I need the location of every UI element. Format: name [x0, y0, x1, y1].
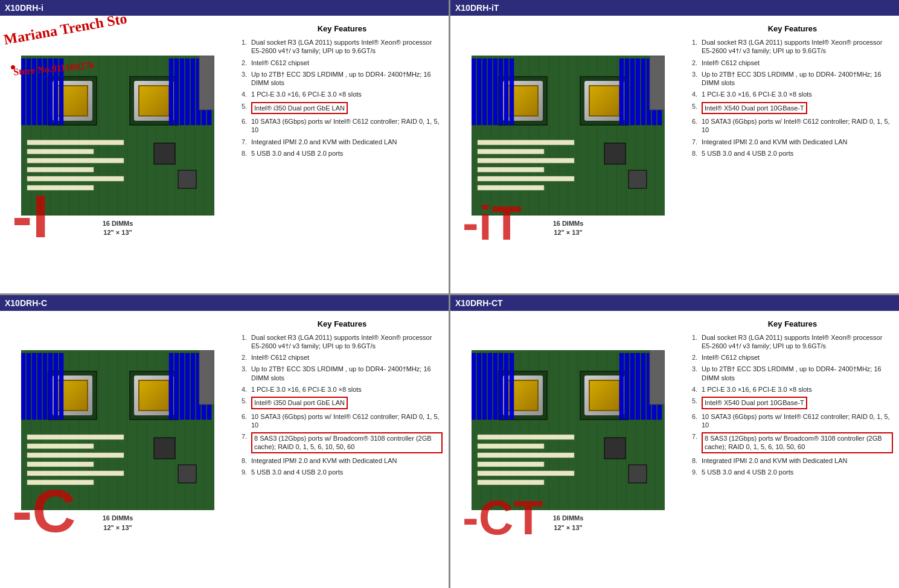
- svg-rect-89: [630, 59, 635, 125]
- svg-rect-147: [27, 435, 124, 439]
- feature-text-tl-6: Integrated IPMI 2.0 and KVM with Dedicat…: [251, 138, 397, 146]
- feature-item-bl-1: 2.Intel® C612 chipset: [242, 353, 443, 362]
- feature-num-br-5: 6.: [692, 412, 702, 430]
- dimm-label-bl: 16 DIMMs12" × 13": [103, 514, 133, 532]
- feature-text-tr-6: Integrated IPMI 2.0 and KVM with Dedicat…: [702, 138, 848, 146]
- feature-item-br-4: 5.Intel® X540 Dual port 10GBase-T: [692, 397, 893, 409]
- svg-rect-200: [478, 444, 544, 449]
- feature-num-tl-6: 7.: [242, 138, 251, 146]
- svg-rect-102: [629, 170, 647, 188]
- feature-item-tl-3: 4.1 PCI-E 3.0 ×16, 6 PCI-E 3.0 ×8 slots: [242, 90, 443, 98]
- svg-rect-90: [636, 59, 640, 125]
- feature-text-tl-7: 5 USB 3.0 and 4 USB 2.0 ports: [251, 149, 343, 158]
- feature-item-tl-0: 1.Dual socket R3 (LGA 2011) supports Int…: [242, 38, 443, 56]
- svg-rect-205: [604, 438, 625, 459]
- feature-num-br-2: 3.: [692, 365, 702, 382]
- svg-rect-95: [478, 140, 574, 145]
- feature-item-bl-7: 8.Integrated IPMI 2.0 and KVM with Dedic…: [242, 456, 443, 465]
- svg-rect-185: [482, 353, 487, 420]
- feature-num-br-6: 7.: [692, 432, 702, 453]
- feature-num-tr-2: 3.: [692, 70, 702, 88]
- feature-text-bl-2: Up to 2TB† ECC 3DS LRDIMM , up to DDR4- …: [251, 365, 443, 382]
- features-area-tr: Key Features1.Dual socket R3 (LGA 2011) …: [686, 18, 899, 164]
- svg-rect-84: [499, 59, 503, 125]
- motherboard-area-br: -CT16 DIMMs12" × 13": [450, 313, 686, 570]
- svg-rect-203: [478, 471, 574, 476]
- motherboard-svg-bl: [21, 350, 214, 510]
- svg-rect-87: [619, 59, 624, 125]
- feature-item-br-0: 1.Dual socket R3 (LGA 2011) supports Int…: [692, 333, 893, 351]
- feature-num-tr-1: 2.: [692, 59, 702, 67]
- panel-header-br: X10DRH-CT: [450, 295, 899, 311]
- feature-item-tl-6: 7.Integrated IPMI 2.0 and KVM with Dedic…: [242, 138, 443, 146]
- motherboard-svg-tl: [21, 56, 214, 216]
- panel-header-bl: X10DRH-C: [0, 295, 449, 311]
- svg-rect-154: [178, 465, 196, 483]
- svg-rect-153: [154, 438, 175, 459]
- svg-rect-28: [27, 59, 31, 125]
- feature-text-br-0: Dual socket R3 (LGA 2011) supports Intel…: [702, 333, 893, 351]
- feature-item-tr-3: 4.1 PCI-E 3.0 ×16, 6 PCI-E 3.0 ×8 slots: [692, 90, 893, 98]
- svg-rect-80: [477, 59, 481, 125]
- feature-item-tl-5: 6.10 SATA3 (6Gbps) ports w/ Intel® C612 …: [242, 117, 443, 135]
- motherboard-area-bl: -C16 DIMMs12" × 13": [0, 313, 235, 570]
- feature-item-tr-1: 2.Intel® C612 chipset: [692, 59, 893, 67]
- svg-rect-36: [174, 59, 179, 125]
- feature-text-tr-5: 10 SATA3 (6Gbps) ports w/ Intel® C612 co…: [702, 117, 893, 135]
- svg-rect-33: [54, 59, 58, 125]
- feature-item-br-1: 2.Intel® C612 chipset: [692, 353, 893, 362]
- svg-rect-149: [27, 453, 124, 458]
- svg-rect-51: [199, 56, 214, 110]
- feature-text-tr-3: 1 PCI-E 3.0 ×16, 6 PCI-E 3.0 ×8 slots: [702, 90, 812, 98]
- feature-num-tl-0: 1.: [242, 38, 251, 56]
- feature-num-tr-7: 8.: [692, 149, 702, 158]
- feature-text-tl-4: Intel® i350 Dual port GbE LAN: [251, 102, 348, 114]
- svg-rect-31: [43, 59, 47, 125]
- svg-rect-137: [54, 353, 58, 420]
- watermark-arc: Mariana Trench Sto: [2, 10, 128, 48]
- feature-item-tr-7: 8.5 USB 3.0 and 4 USB 2.0 ports: [692, 149, 893, 158]
- panel-content-br: -CT16 DIMMs12" × 13"Key Features1.Dual s…: [450, 295, 899, 589]
- svg-rect-187: [493, 353, 497, 420]
- svg-rect-151: [27, 471, 124, 476]
- svg-rect-46: [27, 167, 94, 172]
- feature-item-tl-2: 3.Up to 2TB† ECC 3DS LRDIMM , up to DDR4…: [242, 70, 443, 88]
- feature-text-br-8: 5 USB 3.0 and 4 USB 2.0 ports: [702, 468, 793, 476]
- feature-num-br-3: 4.: [692, 385, 702, 394]
- feature-text-br-6: 8 SAS3 (12Gbps) ports w/ Broadcom® 3108 …: [702, 432, 893, 453]
- feature-text-br-7: Integrated IPMI 2.0 and KVM with Dedicat…: [702, 456, 848, 465]
- features-title-bl: Key Features: [242, 319, 443, 328]
- feature-num-br-0: 1.: [692, 333, 702, 351]
- svg-rect-86: [510, 59, 514, 125]
- svg-rect-194: [636, 353, 640, 420]
- svg-rect-195: [641, 353, 645, 420]
- feature-num-bl-2: 3.: [242, 365, 251, 382]
- svg-rect-134: [37, 353, 42, 420]
- feature-text-bl-8: 5 USB 3.0 and 4 USB 2.0 ports: [251, 468, 343, 476]
- panel-bl: X10DRH-C-C16 DIMMs12" × 13"Key Features1…: [0, 295, 449, 589]
- svg-rect-190: [510, 353, 514, 420]
- feature-text-tl-5: 10 SATA3 (6Gbps) ports w/ Intel® C612 co…: [251, 117, 443, 135]
- features-title-tl: Key Features: [242, 24, 443, 33]
- features-title-tr: Key Features: [692, 24, 893, 33]
- svg-rect-45: [27, 158, 124, 163]
- feature-num-bl-8: 9.: [242, 468, 251, 476]
- svg-rect-29: [32, 59, 36, 125]
- svg-rect-99: [478, 176, 574, 181]
- feature-num-tl-2: 3.: [242, 70, 251, 88]
- panel-tl: X10DRH-i-IMariana Trench StoStore No.911…: [0, 0, 449, 293]
- feature-item-br-6: 7.8 SAS3 (12Gbps) ports w/ Broadcom® 310…: [692, 432, 893, 453]
- svg-rect-189: [504, 353, 508, 420]
- svg-rect-100: [478, 185, 544, 190]
- motherboard-area-tl: -IMariana Trench StoStore No.91110927616…: [0, 18, 235, 275]
- feature-text-tl-0: Dual socket R3 (LGA 2011) supports Intel…: [251, 38, 443, 56]
- feature-num-bl-4: 5.: [242, 397, 251, 409]
- feature-text-bl-7: Integrated IPMI 2.0 and KVM with Dedicat…: [251, 456, 397, 465]
- svg-rect-140: [174, 353, 179, 420]
- feature-item-bl-4: 5.Intel® i350 Dual port GbE LAN: [242, 397, 443, 409]
- feature-num-tr-6: 7.: [692, 138, 702, 146]
- feature-item-tl-7: 8.5 USB 3.0 and 4 USB 2.0 ports: [242, 149, 443, 158]
- feature-item-br-2: 3.Up to 2TB† ECC 3DS LRDIMM , up to DDR4…: [692, 365, 893, 382]
- feature-num-tr-0: 1.: [692, 38, 702, 56]
- main-grid: X10DRH-i-IMariana Trench StoStore No.911…: [0, 0, 899, 588]
